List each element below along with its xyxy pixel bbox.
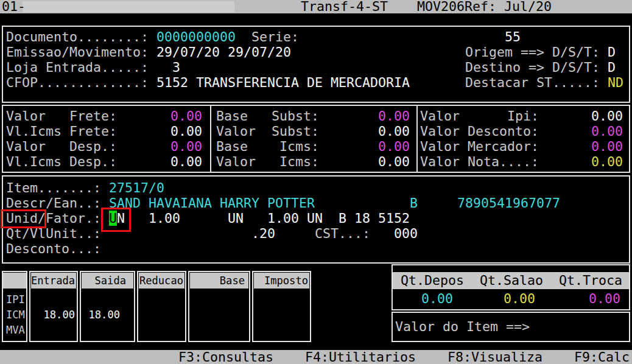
module-code: MOV206 xyxy=(417,0,465,13)
unit2-value[interactable]: UN xyxy=(228,211,244,226)
app-title: Transf-4-ST xyxy=(301,0,388,13)
emissao-value[interactable]: 29/07/20 29/07/20 xyxy=(156,44,291,60)
destacar-st-value[interactable]: ND xyxy=(608,75,623,90)
destino-label: Destino => D/S/T: xyxy=(465,60,608,75)
totals-divider-2 xyxy=(416,105,418,173)
qt-depos-value: 0.00 xyxy=(421,291,453,306)
documento-value[interactable]: 0000000000 xyxy=(156,29,236,44)
descr-value[interactable]: SAND HAVAIANA HARRY POTTER xyxy=(109,195,315,211)
destacar-st-label: Destacar ST.....: xyxy=(465,75,608,90)
qt-troca-header: Qt.Troca xyxy=(559,272,622,289)
serie-label: Serie: xyxy=(236,29,299,44)
function-key-bar: F3:Consultas F4:Utilitarios F8:Visualiza… xyxy=(0,350,632,364)
cfop-label: CFOP.............: xyxy=(6,75,156,90)
valor-icms-label: Valor Icms: xyxy=(216,154,319,169)
valor-do-item-label: Valor do Item ==> xyxy=(395,319,530,334)
item-value[interactable]: 27517/0 xyxy=(109,180,164,195)
valor-frete-value: 0.00 xyxy=(170,108,202,124)
tax-cell-entrada-icm: 18.00 xyxy=(29,307,78,323)
terminal-screen: 01- Transf-4-ST MOV206 Ref: Jul/20 Docum… xyxy=(0,0,632,364)
vlicms-frete-label: Vl.Icms Frete: xyxy=(6,124,117,139)
quantities-header-chip: Qt.Depos Qt.Salao Qt.Troca xyxy=(393,272,629,289)
destino-value[interactable]: D xyxy=(608,60,616,75)
base-icms-value: 0.00 xyxy=(378,139,410,154)
valor-desp-label: Valor Desp.: xyxy=(6,139,117,154)
tax-col-base-header: Base xyxy=(190,273,248,289)
cst-value[interactable]: 000 xyxy=(394,226,418,241)
field-item: Item.......: 27517/0 xyxy=(6,180,164,195)
annotation-unid-label-box xyxy=(1,209,46,228)
loja-label: Loja Entrada.....: xyxy=(6,60,156,75)
field-documento: Documento........: 0000000000 Serie: xyxy=(6,29,299,44)
tax-code-value: B 18 5152 xyxy=(339,211,410,226)
qt-troca-value: 0.00 xyxy=(589,291,620,306)
loja-value[interactable]: 3 xyxy=(156,60,180,75)
field-destacar-st: Destacar ST.....: ND xyxy=(465,75,623,90)
base-subst-label: Base Subst: xyxy=(216,108,319,124)
vlicms-frete-value: 0.00 xyxy=(170,124,202,139)
session-id: 01- xyxy=(2,0,26,13)
vlicms-desp-value: 0.00 xyxy=(170,154,202,169)
valor-desconto-label: Valor Desconto: xyxy=(420,124,539,139)
descr-label: Descr/Ean..: xyxy=(6,195,109,211)
valor-subst-label: Valor Subst: xyxy=(216,124,319,139)
field-loja-entrada: Loja Entrada.....: 3 xyxy=(6,60,180,75)
tax-col-reducao-header: Reducao xyxy=(139,273,184,289)
fkey-f4-utilitarios[interactable]: F4:Utilitarios xyxy=(305,350,416,364)
valor-nota-label: Valor Nota....: xyxy=(420,154,539,169)
desconto-label: Desconto...: xyxy=(6,241,109,256)
descr-flag: B xyxy=(410,195,418,211)
qt-depos-header: Qt.Depos xyxy=(401,272,464,289)
factor-value[interactable]: 1.00 xyxy=(149,211,180,226)
qt-salao-header: Qt.Salao xyxy=(480,272,543,289)
fkey-f3-consultas[interactable]: F3:Consultas xyxy=(178,350,273,364)
qt-salao-value: 0.00 xyxy=(504,291,535,306)
vlicms-desp-label: Vl.Icms Desp.: xyxy=(6,154,117,169)
annotation-unit-field-box xyxy=(101,208,131,232)
ean-value: 7890541967077 xyxy=(457,195,560,211)
tax-corner-chip xyxy=(3,273,26,289)
valor-desconto-value: 0.00 xyxy=(591,124,623,139)
tax-col-entrada-header: Entrada xyxy=(31,273,76,289)
vl-unit-value[interactable]: .20 xyxy=(251,226,275,241)
valor-nota-value: 0.00 xyxy=(591,154,623,169)
reference-period: Ref: Jul/20 xyxy=(465,0,552,13)
qty-unit-value[interactable]: 1.00 UN xyxy=(267,211,323,226)
field-origem: Origem ==> D/S/T: D xyxy=(465,44,616,60)
valor-mercador-label: Valor Mercador: xyxy=(420,139,539,154)
emissao-label: Emissao/Movimento: xyxy=(6,44,156,60)
tax-col-saida-header: Saida xyxy=(82,273,133,289)
valor-mercador-value: 0.00 xyxy=(591,139,623,154)
tax-row-mva: MVA xyxy=(6,323,25,338)
valor-icms-value: 0.00 xyxy=(378,154,410,169)
valor-subst-value: 0.00 xyxy=(378,124,410,139)
fkey-f8-visualiza[interactable]: F8:Visualiza xyxy=(448,350,542,364)
serie-number: 55 xyxy=(505,29,521,44)
base-icms-label: Base Icms: xyxy=(216,139,319,154)
valor-frete-label: Valor Frete: xyxy=(6,108,117,124)
documento-label: Documento........: xyxy=(6,29,156,44)
field-destino: Destino => D/S/T: D xyxy=(465,60,616,75)
fkey-f9-calc[interactable]: F9:Calc xyxy=(574,350,630,364)
field-descr-ean: Descr/Ean..: SAND HAVAIANA HARRY POTTER xyxy=(6,195,315,211)
item-label: Item.......: xyxy=(6,180,109,195)
origem-value[interactable]: D xyxy=(608,44,616,60)
field-emissao: Emissao/Movimento: 29/07/20 29/07/20 xyxy=(6,44,291,60)
field-cfop: CFOP.............: 5152 TRANSFERENCIA DE… xyxy=(6,75,410,90)
cfop-value[interactable]: 5152 TRANSFERENCIA DE MERCADORIA xyxy=(156,75,410,90)
tax-row-icm: ICM xyxy=(6,307,25,323)
base-subst-value: 0.00 xyxy=(378,108,410,124)
tax-col-imposto-header: Imposto xyxy=(254,273,309,289)
valor-ipi-label: Valor Ipi: xyxy=(420,108,539,124)
tax-cell-saida-icm: 18.00 xyxy=(80,307,135,323)
tax-row-ipi: IPI xyxy=(6,292,25,307)
title-bar: 01- Transf-4-ST MOV206 Ref: Jul/20 xyxy=(0,0,632,13)
titlebar-highlight xyxy=(23,1,234,12)
origem-label: Origem ==> D/S/T: xyxy=(465,44,608,60)
cst-label: CST...: xyxy=(315,226,370,241)
valor-ipi-value: 0.00 xyxy=(591,108,623,124)
totals-divider-1 xyxy=(210,105,211,173)
valor-desp-value: 0.00 xyxy=(170,139,202,154)
